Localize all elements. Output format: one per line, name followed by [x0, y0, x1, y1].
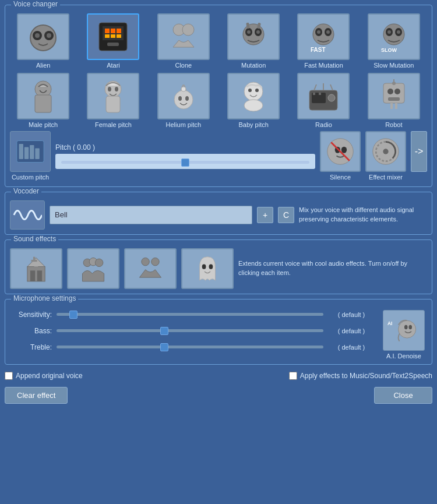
baby-pitch-icon: [235, 77, 272, 115]
sfx-crowd-icon: [77, 253, 109, 284]
svg-point-51: [328, 94, 335, 101]
vocoder-label: Vocoder: [11, 187, 41, 195]
append-original-checkbox[interactable]: [5, 372, 13, 380]
atari-icon-box[interactable]: [87, 13, 139, 60]
custom-pitch-icon[interactable]: [10, 131, 51, 172]
vocoder-section: Vocoder Bell + C Mix your voice with dif…: [5, 192, 432, 235]
ai-denoise-icon[interactable]: AI: [383, 310, 425, 351]
svg-point-56: [394, 89, 400, 94]
voice-item-radio[interactable]: Radio: [290, 73, 357, 129]
voice-item-atari[interactable]: Atari: [80, 13, 146, 69]
voice-item-fast-mutation[interactable]: FAST Fast Mutation: [290, 13, 357, 69]
voice-item-alien[interactable]: Alien: [10, 13, 76, 69]
effect-mixer-area: Effect mixer: [365, 131, 406, 181]
sensitivity-label: Sensitivity:: [10, 311, 52, 319]
atari-icon: [94, 18, 132, 55]
svg-point-55: [387, 89, 393, 94]
apply-effects-checkbox-item[interactable]: Apply effects to Music/Sound/Text2Speech: [289, 372, 432, 380]
sensitivity-slider[interactable]: [57, 313, 323, 316]
pitch-value-label: Pitch ( 0.00 ): [55, 143, 315, 151]
voice-item-robot[interactable]: Robot: [361, 73, 427, 129]
main-container: Voice changer Alien: [0, 0, 437, 504]
svg-text:FAST: FAST: [311, 47, 326, 53]
clear-effect-button[interactable]: Clear effect: [5, 387, 68, 404]
voice-item-clone[interactable]: Clone: [150, 13, 217, 69]
fast-mutation-icon-box[interactable]: FAST: [297, 13, 350, 60]
append-original-label: Append original voice: [16, 372, 83, 380]
robot-icon: [375, 77, 413, 115]
mutation-icon-box[interactable]: [227, 13, 280, 60]
bass-slider-container: [57, 326, 323, 336]
apply-effects-label: Apply effects to Music/Sound/Text2Speech: [300, 372, 432, 380]
svg-rect-52: [313, 93, 315, 95]
effect-mixer-svg: [371, 137, 400, 166]
svg-point-3: [35, 33, 40, 38]
silence-label: Silence: [330, 174, 351, 181]
append-original-checkbox-item[interactable]: Append original voice: [5, 372, 83, 380]
pitch-slider-area: Pitch ( 0.00 ): [55, 143, 315, 169]
voice-item-female-pitch[interactable]: Female pitch: [80, 73, 146, 129]
treble-slider-container: [57, 343, 323, 352]
bass-row: Bass: ( default ): [10, 326, 375, 336]
sfx-people[interactable]: [124, 248, 177, 289]
voice-changer-section: Voice changer Alien: [5, 5, 432, 187]
effect-mixer-icon[interactable]: [365, 131, 406, 172]
sensitivity-slider-container: [57, 310, 323, 319]
slow-mutation-label: Slow Mutation: [373, 62, 414, 69]
mic-grid: Sensitivity: ( default ) Bass: ( default…: [10, 310, 427, 360]
robot-icon-box[interactable]: [368, 73, 420, 119]
vocoder-add-button[interactable]: +: [257, 207, 273, 223]
svg-point-84: [151, 258, 160, 266]
baby-pitch-label: Baby pitch: [238, 121, 268, 129]
sfx-crowd[interactable]: [67, 248, 119, 289]
clone-icon-box[interactable]: [157, 13, 210, 60]
female-pitch-icon-box[interactable]: [87, 73, 139, 119]
atari-label: Atari: [107, 62, 120, 69]
apply-effects-checkbox[interactable]: [289, 372, 297, 380]
male-pitch-icon-box[interactable]: [17, 73, 69, 119]
sfx-ghost[interactable]: [181, 248, 234, 289]
svg-rect-12: [117, 34, 121, 38]
voice-changer-label: Voice changer: [11, 0, 60, 8]
fast-mutation-label: Fast Mutation: [304, 62, 343, 69]
custom-pitch-label: Custom pitch: [12, 174, 49, 181]
custom-pitch-svg: [16, 139, 45, 164]
radio-icon-box[interactable]: [297, 73, 350, 119]
silence-icon[interactable]: [320, 131, 361, 172]
svg-point-85: [202, 264, 206, 269]
svg-point-33: [397, 30, 400, 34]
svg-rect-59: [395, 103, 397, 109]
treble-slider[interactable]: [57, 346, 323, 348]
svg-text:SLOW: SLOW: [381, 47, 397, 53]
alien-icon-box[interactable]: [17, 13, 69, 60]
slow-mutation-icon-box[interactable]: SLOW: [368, 13, 420, 60]
svg-point-47: [255, 89, 259, 92]
close-button[interactable]: Close: [374, 387, 432, 404]
pitch-slider[interactable]: [61, 161, 309, 164]
voice-item-baby-pitch[interactable]: Baby pitch: [220, 73, 287, 129]
svg-text:AI: AI: [387, 320, 392, 326]
svg-rect-40: [106, 96, 120, 112]
svg-point-20: [256, 30, 260, 34]
bass-slider[interactable]: [57, 329, 323, 332]
vocoder-row: Bell + C Mix your voice with different a…: [10, 200, 427, 230]
nav-arrow[interactable]: ->: [411, 131, 427, 172]
svg-rect-79: [31, 259, 37, 261]
bottom-buttons-row: Clear effect Close: [5, 387, 432, 404]
ai-denoise-area: AI A.I. Denoise: [380, 310, 427, 360]
baby-pitch-icon-box[interactable]: [227, 73, 280, 119]
svg-rect-58: [390, 103, 393, 109]
voice-item-mutation[interactable]: Mutation: [220, 13, 287, 69]
svg-point-42: [181, 87, 186, 91]
voice-grid: Alien Atari: [10, 13, 427, 129]
voice-item-helium-pitch[interactable]: Helium pitch: [150, 73, 217, 129]
vocoder-select[interactable]: Bell: [50, 206, 252, 224]
male-pitch-icon: [24, 77, 62, 115]
vocoder-reset-button[interactable]: C: [278, 207, 294, 223]
svg-point-38: [108, 87, 111, 91]
sfx-church[interactable]: [10, 248, 62, 289]
helium-pitch-icon-box[interactable]: [157, 73, 210, 119]
svg-point-48: [244, 100, 263, 111]
voice-item-slow-mutation[interactable]: SLOW Slow Mutation: [361, 13, 427, 69]
voice-item-male-pitch[interactable]: Male pitch: [10, 73, 76, 129]
